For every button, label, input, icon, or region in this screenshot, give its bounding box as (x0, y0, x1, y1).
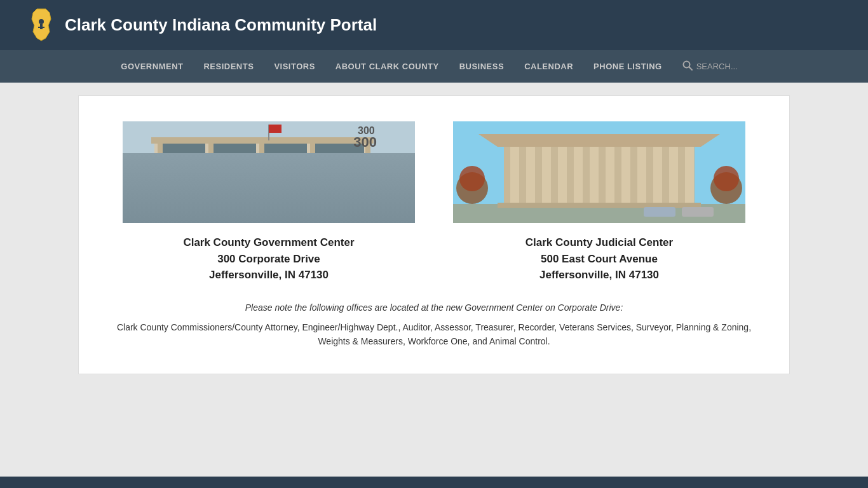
site-title: Clark County Indiana Community Portal (65, 15, 377, 35)
notice-section: Please note the following offices are lo… (111, 302, 757, 349)
svg-point-46 (714, 166, 739, 191)
svg-text:Government Center: Government Center (175, 182, 203, 186)
nav-calendar[interactable]: CALENDAR (514, 50, 583, 83)
svg-rect-16 (310, 140, 315, 201)
svg-rect-31 (526, 147, 535, 207)
svg-rect-7 (123, 198, 415, 223)
search-area[interactable] (672, 51, 757, 82)
nav-visitors[interactable]: VISITORS (264, 50, 325, 83)
judicial-center-name-line1: Clark County Judicial Center (453, 234, 745, 251)
svg-rect-30 (510, 147, 519, 207)
judicial-center-address-line2: 500 East Court Avenue (453, 251, 745, 268)
logo-icon (25, 8, 57, 43)
svg-rect-42 (498, 203, 701, 208)
svg-rect-38 (637, 147, 646, 207)
svg-text:Clark Co.: Clark Co. (176, 177, 192, 180)
svg-rect-33 (558, 147, 567, 207)
svg-rect-47 (644, 207, 675, 217)
svg-rect-35 (590, 147, 599, 207)
content-card: 300 Clark Co. Government Center Clark Co… (78, 95, 790, 374)
svg-rect-41 (685, 147, 694, 207)
svg-rect-3 (38, 27, 44, 28)
search-icon (682, 60, 693, 73)
svg-rect-17 (365, 140, 370, 201)
svg-rect-36 (606, 147, 614, 207)
svg-rect-37 (621, 147, 630, 207)
svg-text:300: 300 (358, 125, 375, 136)
judicial-center-item: Clark County Judicial Center 500 East Co… (453, 121, 745, 283)
gov-center-address-line3: Jeffersonville, IN 47130 (123, 267, 415, 283)
svg-rect-20 (269, 125, 281, 133)
nav-government[interactable]: GOVERNMENT (111, 50, 193, 83)
nav-phone-listing[interactable]: PHONE LISTING (583, 50, 672, 83)
svg-rect-10 (212, 144, 256, 198)
judicial-center-image (453, 121, 745, 223)
svg-point-45 (459, 166, 485, 191)
svg-rect-48 (682, 207, 714, 217)
main-wrapper: 300 Clark Co. Government Center Clark Co… (0, 83, 868, 477)
notice-italic-text: Please note the following offices are lo… (111, 302, 757, 313)
svg-rect-9 (161, 144, 205, 198)
site-header: Clark County Indiana Community Portal (0, 0, 868, 50)
nav-about[interactable]: ABOUT CLARK COUNTY (325, 50, 449, 83)
svg-rect-11 (262, 144, 307, 198)
svg-rect-12 (313, 144, 364, 198)
buildings-row: 300 Clark Co. Government Center Clark Co… (111, 121, 757, 283)
logo-area: Clark County Indiana Community Portal (25, 8, 377, 43)
gov-center-name-line1: Clark County Government Center (123, 234, 415, 251)
svg-rect-23 (173, 172, 208, 185)
nav-business[interactable]: BUSINESS (449, 50, 514, 83)
notice-offices-text: Clark County Commissioners/County Attorn… (111, 320, 757, 349)
svg-point-1 (39, 19, 44, 24)
svg-rect-34 (574, 147, 583, 207)
svg-rect-32 (542, 147, 551, 207)
svg-rect-40 (669, 147, 678, 207)
navigation-bar: GOVERNMENT RESIDENTS VISITORS ABOUT CLAR… (0, 50, 868, 83)
nav-residents[interactable]: RESIDENTS (193, 50, 264, 83)
svg-rect-14 (208, 140, 214, 201)
judicial-center-address-line3: Jeffersonville, IN 47130 (453, 267, 745, 283)
svg-rect-15 (259, 140, 264, 201)
svg-rect-39 (653, 147, 662, 207)
gov-center-image: 300 Clark Co. Government Center (123, 121, 415, 223)
search-input[interactable] (696, 62, 747, 71)
svg-rect-13 (158, 140, 163, 201)
svg-marker-29 (478, 134, 720, 147)
svg-line-5 (689, 67, 692, 70)
svg-rect-22 (253, 179, 285, 201)
gov-center-address-line2: 300 Corporate Drive (123, 251, 415, 268)
gov-center-item: 300 Clark Co. Government Center Clark Co… (123, 121, 415, 283)
svg-rect-18 (151, 137, 374, 144)
